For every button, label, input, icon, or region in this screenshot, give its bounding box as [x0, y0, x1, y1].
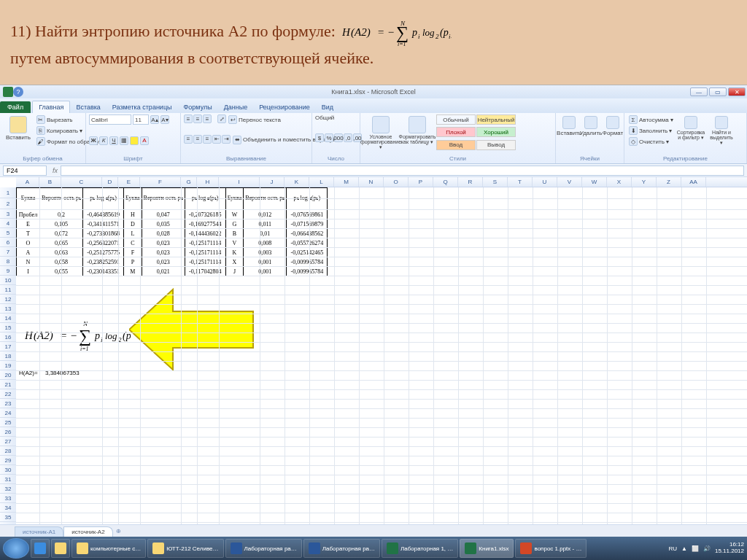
col-header[interactable]: C	[61, 177, 102, 187]
row-header[interactable]: 34	[0, 503, 16, 513]
wrap-text-button[interactable]: ↩Перенос текста	[227, 114, 282, 125]
col-header[interactable]: P	[409, 177, 433, 187]
font-size-input[interactable]: 11	[133, 114, 149, 125]
col-header[interactable]: T	[508, 177, 533, 187]
taskbar-item[interactable]: вопрос 1.pptx - …	[515, 539, 587, 558]
taskbar-item[interactable]: Лабораторная ра…	[303, 539, 380, 558]
row-header[interactable]: 7	[0, 247, 16, 257]
row-header[interactable]: 29	[0, 456, 16, 465]
col-header[interactable]: I	[219, 177, 260, 187]
row-header[interactable]: 25	[0, 418, 16, 427]
row-header[interactable]: 5	[0, 228, 16, 238]
row-header[interactable]: 16	[0, 332, 16, 342]
row-header[interactable]: 9	[0, 266, 16, 276]
help-icon[interactable]: ?	[13, 87, 23, 97]
row-header[interactable]: 12	[0, 295, 16, 304]
row-header[interactable]: 17	[0, 342, 16, 351]
row-header[interactable]: 28	[0, 446, 16, 456]
row-header[interactable]: 21	[0, 380, 16, 389]
col-header[interactable]: K	[285, 177, 309, 187]
tab-formulas[interactable]: Формулы	[178, 101, 218, 113]
sheet-tab-1[interactable]: источник-А1	[15, 526, 63, 537]
row-header[interactable]: 1	[0, 187, 16, 198]
system-tray[interactable]: RU ▲ ⬜ 🔊 16:1215.11.2012	[668, 542, 744, 555]
row-header[interactable]: 20	[0, 370, 16, 380]
dec-inc-icon[interactable]: ,0	[344, 133, 352, 142]
fill-button[interactable]: ⬇Заполнить ▾	[627, 125, 675, 136]
tab-insert[interactable]: Вставка	[70, 101, 106, 113]
row-header[interactable]: 3	[0, 209, 16, 219]
tab-review[interactable]: Рецензирование	[253, 101, 316, 113]
paste-button[interactable]: Вставить	[3, 114, 34, 147]
row-header[interactable]: 14	[0, 314, 16, 323]
shrink-font-icon[interactable]: A▾	[160, 115, 169, 124]
taskbar-item[interactable]: компьютерные с…	[71, 539, 146, 558]
row-header[interactable]: 33	[0, 494, 16, 503]
formula-input[interactable]	[61, 166, 744, 176]
maximize-button[interactable]: ▭	[709, 88, 727, 96]
col-header[interactable]: U	[533, 177, 557, 187]
col-header[interactable]: L	[309, 177, 334, 187]
row-header[interactable]: 24	[0, 408, 16, 418]
autosum-button[interactable]: ΣАвтосумма ▾	[627, 114, 675, 125]
row-header[interactable]: 4	[0, 219, 16, 228]
row-header[interactable]: 35	[0, 513, 16, 522]
tray-network-icon[interactable]: ⬜	[692, 545, 699, 552]
taskbar-item[interactable]: Лабораторная 1, …	[382, 539, 458, 558]
row-header[interactable]: 2	[0, 198, 16, 209]
italic-icon[interactable]: К	[99, 136, 108, 145]
orientation-icon[interactable]: ⤢	[217, 114, 226, 123]
ie-icon[interactable]	[31, 539, 50, 558]
col-header[interactable]: B	[39, 177, 61, 187]
percent-icon[interactable]: %	[325, 133, 333, 142]
col-header[interactable]: W	[582, 177, 607, 187]
bold-icon[interactable]: Ж	[89, 136, 98, 145]
row-header[interactable]: 30	[0, 465, 16, 475]
delete-cells-button[interactable]: Удалить	[581, 114, 601, 138]
align-tl-icon[interactable]: ≡	[184, 114, 193, 123]
new-sheet-icon[interactable]: ⊕	[116, 528, 121, 534]
clock[interactable]: 16:1215.11.2012	[715, 542, 744, 555]
font-color-icon[interactable]: A	[140, 136, 149, 145]
align-tr-icon[interactable]: ≡	[203, 114, 212, 123]
row-header[interactable]: 26	[0, 427, 16, 437]
find-select-button[interactable]: Найти и выделить ▾	[707, 114, 736, 147]
fill-color-icon[interactable]	[130, 136, 139, 145]
tray-sound-icon[interactable]: 🔊	[703, 545, 711, 552]
col-header[interactable]: D	[102, 177, 118, 187]
col-header[interactable]: O	[384, 177, 409, 187]
currency-icon[interactable]: $	[315, 133, 324, 142]
col-header[interactable]: N	[359, 177, 384, 187]
border-icon[interactable]: ▦	[120, 136, 128, 145]
format-cells-button[interactable]: Формат	[603, 114, 623, 138]
cell-styles-gallery[interactable]: Обычный Нейтральный Плохой Хороший Ввод …	[436, 114, 552, 152]
col-header[interactable]: R	[458, 177, 483, 187]
col-header[interactable]: G	[181, 177, 197, 187]
col-header[interactable]: Q	[433, 177, 458, 187]
clear-button[interactable]: ◇Очистить ▾	[627, 136, 675, 147]
sort-filter-button[interactable]: Сортировка и фильтр ▾	[676, 114, 705, 147]
fx-icon[interactable]: fx	[50, 167, 61, 174]
indent-dec-icon[interactable]: ⇤	[212, 135, 221, 144]
col-header[interactable]: H	[197, 177, 219, 187]
align-r-icon[interactable]: ≡	[203, 135, 212, 144]
start-button[interactable]	[3, 538, 29, 559]
col-header[interactable]: A	[16, 177, 39, 187]
col-header[interactable]: S	[483, 177, 508, 187]
align-c-icon[interactable]: ≡	[193, 135, 202, 144]
row-header[interactable]: 23	[0, 399, 16, 408]
insert-cells-button[interactable]: Вставить	[559, 114, 579, 138]
sheet-tab-2[interactable]: источник-А2	[63, 526, 112, 537]
row-header[interactable]: 15	[0, 323, 16, 332]
font-name-input[interactable]: Calibri	[89, 114, 131, 125]
col-header[interactable]: E	[118, 177, 140, 187]
row-header[interactable]: 22	[0, 389, 16, 399]
name-box[interactable]: F24	[3, 166, 47, 176]
row-header[interactable]: 8	[0, 257, 16, 266]
close-button[interactable]: ✕	[728, 88, 746, 96]
taskbar-item-active[interactable]: Книга1.xlsx	[460, 539, 514, 558]
tab-view[interactable]: Вид	[316, 101, 339, 113]
minimize-button[interactable]: —	[690, 88, 708, 96]
underline-icon[interactable]: Ч	[109, 136, 118, 145]
col-header[interactable]: Z	[657, 177, 681, 187]
